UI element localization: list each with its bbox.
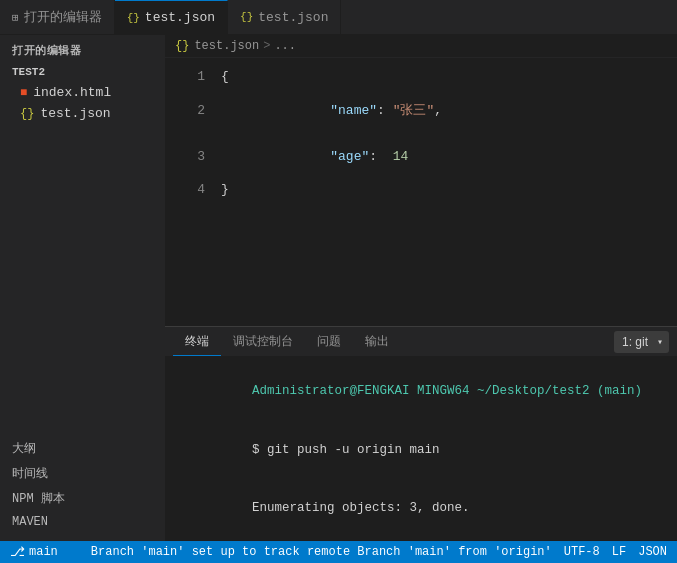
breadcrumb-icon: {} [175, 39, 189, 53]
terminal-tab-problems[interactable]: 问题 [305, 327, 353, 356]
code-line-2: 2 "name": "张三", [165, 86, 677, 134]
tab-icon-json2: {} [240, 11, 253, 23]
status-branch[interactable]: ⎇ main [10, 544, 58, 560]
code-content-4: } [221, 182, 229, 197]
status-right: Branch 'main' set up to track remote Bra… [91, 545, 667, 559]
status-left: ⎇ main [10, 544, 58, 560]
code-content-3: "age": 14 [221, 134, 408, 179]
tab-test-json-active[interactable]: {} test.json [115, 0, 228, 34]
code-line-4: 4 } [165, 179, 677, 199]
status-encoding[interactable]: UTF-8 [564, 545, 600, 559]
sidebar: 打开的编辑器 TEST2 ■ index.html {} test.json 大… [0, 35, 165, 541]
tab-open-editors[interactable]: ⊞ 打开的编辑器 [0, 0, 115, 34]
terminal-select[interactable]: 1: git [614, 331, 669, 353]
code-editor[interactable]: 1 { 2 "name": "张三", 3 "age": 14 4 } [165, 58, 677, 326]
terminal-content[interactable]: Administrator@FENGKAI MINGW64 ~/Desktop/… [165, 357, 677, 541]
code-content-1: { [221, 69, 229, 84]
breadcrumb: {} test.json > ... [165, 35, 677, 58]
terminal-tab-right: 1: git ▾ [614, 331, 669, 353]
sidebar-item-timeline[interactable]: 时间线 [12, 461, 153, 486]
terminal-line-1: Administrator@FENGKAI MINGW64 ~/Desktop/… [177, 363, 665, 421]
sidebar-item-index-html[interactable]: ■ index.html [0, 82, 165, 103]
terminal-line-2: $ git push -u origin main [177, 421, 665, 479]
terminal-tab-debug[interactable]: 调试控制台 [221, 327, 305, 356]
branch-icon: ⎇ [10, 544, 25, 560]
terminal-panel: 终端 调试控制台 问题 输出 1: git ▾ Administrator@FE… [165, 326, 677, 541]
tab-icon-json1: {} [127, 12, 140, 24]
sidebar-item-test-json[interactable]: {} test.json [0, 103, 165, 124]
html-file-icon: ■ [20, 86, 27, 100]
breadcrumb-sep: > [263, 39, 270, 53]
status-bar: ⎇ main Branch 'main' set up to track rem… [0, 541, 677, 563]
status-line-ending[interactable]: LF [612, 545, 626, 559]
main-area: 打开的编辑器 TEST2 ■ index.html {} test.json 大… [0, 35, 677, 541]
editor-area: {} test.json > ... 1 { 2 "name": "张三", 3 [165, 35, 677, 541]
terminal-tabs: 终端 调试控制台 问题 输出 1: git ▾ [165, 327, 677, 357]
tab-bar: ⊞ 打开的编辑器 {} test.json {} test.json [0, 0, 677, 35]
tab-icon-editors: ⊞ [12, 11, 19, 24]
code-line-3: 3 "age": 14 [165, 134, 677, 179]
sidebar-item-npm[interactable]: NPM 脚本 [12, 486, 153, 511]
terminal-tab-terminal[interactable]: 终端 [173, 327, 221, 356]
status-branch-label: Branch 'main' set up to track remote Bra… [91, 545, 552, 559]
sidebar-item-maven[interactable]: MAVEN [12, 511, 153, 533]
json-file-icon: {} [20, 107, 34, 121]
sidebar-label-test2: TEST2 [0, 62, 165, 82]
code-content-2: "name": "张三", [221, 86, 442, 134]
terminal-line-3: Enumerating objects: 3, done. [177, 479, 665, 537]
terminal-tab-output[interactable]: 输出 [353, 327, 401, 356]
sidebar-bottom: 大纲 时间线 NPM 脚本 MAVEN [0, 428, 165, 541]
terminal-select-wrapper[interactable]: 1: git ▾ [614, 331, 669, 353]
status-language[interactable]: JSON [638, 545, 667, 559]
tab-test-json-2[interactable]: {} test.json [228, 0, 341, 34]
sidebar-section-header-open: 打开的编辑器 [0, 35, 165, 62]
code-line-1: 1 { [165, 66, 677, 86]
sidebar-item-outline[interactable]: 大纲 [12, 436, 153, 461]
